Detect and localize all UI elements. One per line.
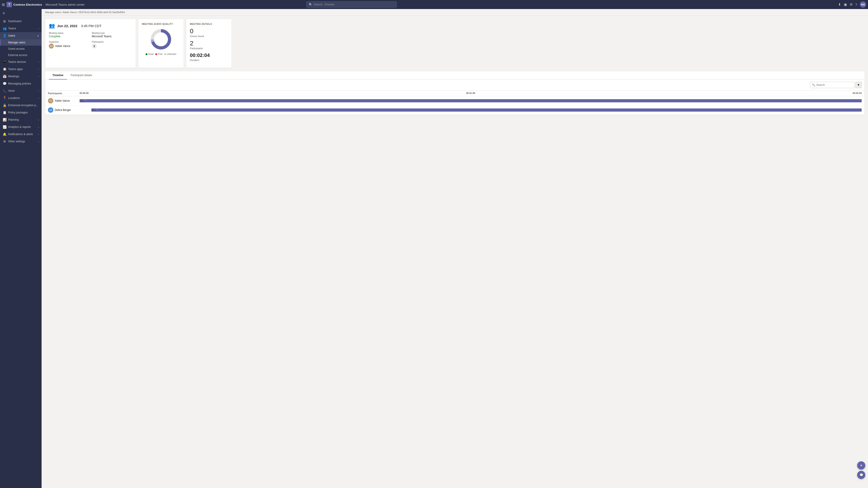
help-icon[interactable]: ?	[855, 3, 857, 6]
track-bar-adele[interactable]: 📞 🎤	[80, 99, 862, 102]
breadcrumb-text: Manage users \ Adele Vance \ 05579c42-08…	[45, 11, 125, 13]
sidebar-label-teams: Teams	[8, 27, 36, 30]
meeting-time: 3:45 PM CDT	[81, 24, 101, 28]
track-mic-icon: 🎤	[84, 100, 86, 102]
unknown-dot	[164, 53, 166, 55]
donut-chart	[150, 28, 172, 51]
meeting-type-label: Meeting type	[92, 32, 132, 34]
participant-name-debra: Debra Berger	[55, 108, 71, 111]
participant-badge: 2	[92, 43, 97, 48]
sidebar-item-users[interactable]: 👤 Users ∨	[0, 32, 41, 39]
app-body: ≡ ⊞ Dashboard 👥 Teams › 👤 Users ∨ Manage…	[0, 9, 868, 488]
sidebar-label-other: Other settings	[8, 140, 36, 143]
analytics-chevron: ›	[38, 126, 39, 128]
timeline-search-input[interactable]	[816, 84, 852, 87]
sidebar-sub-guest-access[interactable]: Guest access	[0, 46, 41, 52]
meeting-details-title: MEETING DETAILS	[190, 23, 228, 25]
meeting-status-label: Meeting status	[49, 32, 89, 34]
sidebar-label-dashboard: Dashboard	[8, 20, 39, 23]
sidebar-item-locations[interactable]: 📍 Locations ›	[0, 94, 41, 102]
time-mid: 00:01:00	[466, 92, 475, 95]
analytics-icon: 📈	[3, 125, 6, 129]
good-label: Good	[148, 53, 153, 55]
notifications-chevron: ›	[38, 133, 39, 135]
sidebar-label-users: Users	[8, 34, 35, 37]
policy-icon: 📋	[3, 111, 6, 114]
legend-unknown: Unknown	[164, 53, 176, 55]
sidebar-sub-external-access[interactable]: External access	[0, 52, 41, 58]
float-btn-2[interactable]: 💬	[857, 471, 865, 479]
timeline-search-box[interactable]: 🔍	[810, 82, 855, 88]
sidebar-item-notifications[interactable]: 🔔 Notifications & alerts ›	[0, 131, 41, 138]
tab-participant-details[interactable]: Participant details	[67, 71, 96, 79]
sidebar-item-dashboard[interactable]: ⊞ Dashboard	[0, 18, 41, 25]
sidebar-item-policy[interactable]: 📋 Policy packages	[0, 109, 41, 116]
sidebar-item-planning[interactable]: 📊 Planning ›	[0, 116, 41, 123]
participants-metric-label: Participants	[190, 47, 228, 50]
organizer-field: Organizer AV Adele Vance	[49, 41, 89, 48]
sidebar-item-voice[interactable]: 📞 Voice ›	[0, 87, 41, 94]
sidebar-item-other[interactable]: ⚙ Other settings ›	[0, 138, 41, 145]
teams-chevron: ›	[38, 27, 39, 30]
track-bar-debra[interactable]: 📞 🎤	[91, 108, 862, 111]
participant-info-debra: DB Debra Berger	[48, 107, 80, 113]
track-area-debra: 📞 🎤	[80, 108, 862, 112]
sidebar-label-teams-apps: Teams apps	[8, 68, 36, 71]
sidebar-label-teams-devices: Teams devices	[8, 60, 36, 64]
logo-icon: T	[6, 2, 12, 7]
sidebar-item-messaging[interactable]: 💬 Messaging policies	[0, 80, 41, 87]
sidebar-toggle[interactable]: ≡	[0, 9, 41, 18]
participant-name-adele: Adele Vance	[55, 99, 70, 102]
sidebar-label-analytics: Analytics & reports	[8, 125, 36, 129]
poor-dot	[155, 53, 157, 55]
window-icon[interactable]: ▣	[844, 2, 847, 6]
sidebar-item-teams[interactable]: 👥 Teams ›	[0, 25, 41, 32]
admin-center-title: Microsoft Teams admin center	[45, 3, 85, 6]
participant-avatar-adele: AV	[48, 98, 53, 103]
guest-access-label: Guest access	[8, 47, 25, 51]
search-icon: 🔍	[309, 3, 312, 6]
other-icon: ⚙	[3, 140, 6, 143]
meeting-status-value: Complete	[49, 35, 89, 38]
search-input[interactable]	[314, 3, 394, 6]
download-icon[interactable]: ⬇	[838, 2, 841, 6]
apps-icon[interactable]: ⊞	[2, 2, 5, 7]
search-icon: 🔍	[812, 84, 815, 87]
encryption-icon: 🔒	[3, 103, 6, 107]
duration-value: 00:02:04	[190, 53, 228, 58]
user-avatar[interactable]: MA	[860, 1, 866, 8]
time-start: 00:00:00	[80, 92, 89, 95]
duration-metric: 00:02:04 Duration	[190, 53, 228, 61]
sidebar: ≡ ⊞ Dashboard 👥 Teams › 👤 Users ∨ Manage…	[0, 9, 41, 488]
sidebar-item-analytics[interactable]: 📈 Analytics & reports ›	[0, 123, 41, 131]
sidebar-sub-manage-users[interactable]: Manage users	[0, 39, 41, 46]
search-bar[interactable]: 🔍	[306, 1, 397, 8]
sidebar-label-voice: Voice	[8, 89, 36, 92]
messaging-icon: 💬	[3, 82, 6, 86]
users-chevron: ∨	[37, 35, 39, 37]
tab-timeline[interactable]: Timeline	[49, 71, 67, 79]
timeline-section: 🔍 ▼ Participants 00:00:00 00:01:00 00:02…	[45, 79, 864, 115]
legend-poor: Poor	[155, 53, 162, 55]
main-content: Manage users \ Adele Vance \ 05579c42-08…	[41, 9, 868, 488]
poor-label: Poor	[158, 53, 162, 55]
meetings-chevron: ›	[38, 75, 39, 78]
locations-chevron: ›	[38, 97, 39, 99]
timeline-header: Participants 00:00:00 00:01:00 00:02:04	[45, 91, 864, 96]
filter-button[interactable]: ▼	[855, 82, 862, 88]
meeting-status-field: Meeting status Complete	[49, 32, 89, 38]
sidebar-item-meetings[interactable]: 📅 Meetings ›	[0, 73, 41, 80]
sidebar-label-messaging: Messaging policies	[8, 82, 39, 85]
participants-metric: 2 Participants	[190, 40, 228, 50]
teams-icon: 👥	[3, 27, 6, 30]
donut-container	[142, 28, 180, 51]
float-btn-1[interactable]: ✦	[857, 461, 865, 469]
settings-icon[interactable]: ⚙	[850, 2, 852, 6]
participants-field: Participants 2	[92, 41, 132, 48]
sidebar-label-planning: Planning	[8, 118, 36, 121]
sidebar-item-teams-apps[interactable]: 🔲 Teams apps ›	[0, 66, 41, 73]
participant-info-adele: AV Adele Vance	[48, 98, 80, 103]
sidebar-item-teams-devices[interactable]: 📱 Teams devices ›	[0, 58, 41, 66]
participants-row: 2	[92, 43, 132, 48]
sidebar-item-encryption[interactable]: 🔒 Enhanced encryption p...	[0, 102, 41, 109]
